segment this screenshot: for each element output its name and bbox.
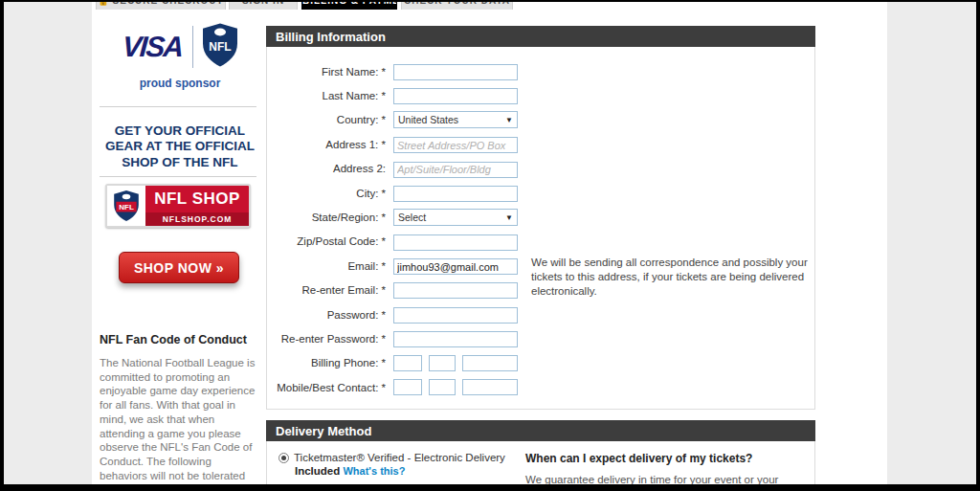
- re-enter-email-input[interactable]: [393, 282, 518, 299]
- billing-phone-part-1-input[interactable]: [393, 355, 422, 371]
- svg-text:NFL: NFL: [209, 40, 231, 54]
- password-input[interactable]: [393, 307, 518, 324]
- re-enter-password-input[interactable]: [393, 331, 518, 347]
- billing-title: Billing Information: [276, 30, 386, 44]
- sidebar-divider: [100, 176, 256, 177]
- email-note: We will be sending all correspondence an…: [531, 256, 809, 299]
- country-label: Country: *: [267, 114, 393, 125]
- form-row-city: City: *: [267, 181, 814, 205]
- form-row-address-2: Address 2:: [267, 157, 814, 181]
- visa-nfl-sponsor-block: VISA NFL proud sponsor: [98, 23, 262, 90]
- zip-postal-code-label: Zip/Postal Code: *: [267, 235, 393, 247]
- billing-phone-label: Billing Phone: *: [267, 357, 393, 368]
- chevron-down-icon: ▼: [505, 116, 513, 124]
- re-enter-password-label: Re-enter Password: *: [267, 333, 393, 345]
- delivery-body: Ticketmaster® Verified - Electronic Deli…: [266, 441, 815, 491]
- mobile-best-contact-part-3-input[interactable]: [462, 379, 518, 395]
- svg-text:NFL: NFL: [119, 203, 134, 212]
- form-row-first-name: First Name: *: [267, 59, 814, 83]
- delivery-included-label: Included: [295, 465, 340, 477]
- delivery-option-radio[interactable]: [278, 453, 289, 463]
- sidebar-divider: [100, 106, 256, 107]
- delivery-header: Delivery Method: [266, 420, 815, 441]
- nfl-shop-banner-title: NFL SHOP: [145, 186, 249, 212]
- last-name-input[interactable]: [393, 88, 518, 104]
- first-name-label: First Name: *: [267, 66, 393, 78]
- password-label: Password: *: [267, 309, 393, 321]
- visa-logo: VISA: [122, 31, 183, 63]
- delivery-section: Delivery Method Ticketmaster® Verified -…: [266, 420, 815, 491]
- email-input[interactable]: [393, 258, 518, 275]
- billing-form: First Name: *Last Name: *Country: *Unite…: [266, 47, 815, 410]
- fan-code-text: The National Football League is committe…: [100, 356, 258, 491]
- state-region-selected-value: Select: [398, 212, 426, 223]
- delivery-title: Delivery Method: [276, 424, 371, 438]
- last-name-label: Last Name: *: [267, 90, 393, 101]
- shop-now-button[interactable]: SHOP NOW »: [119, 252, 239, 283]
- form-row-password: Password: *: [267, 302, 814, 326]
- state-region-select[interactable]: Select▼: [393, 209, 518, 226]
- address-1-input[interactable]: [393, 137, 518, 153]
- address-2-label: Address 2:: [267, 163, 393, 174]
- nfl-shop-banner[interactable]: NFL NFL SHOP NFLSHOP.COM: [105, 184, 251, 228]
- billing-header: Billing Information: [266, 26, 815, 47]
- country-selected-value: United States: [398, 114, 458, 125]
- city-label: City: *: [267, 188, 393, 199]
- tab-check-your-data[interactable]: CHECK YOUR DATA: [401, 0, 513, 10]
- mobile-best-contact-part-1-input[interactable]: [393, 379, 422, 395]
- zip-postal-code-input[interactable]: [393, 234, 518, 251]
- whats-this-link[interactable]: What's this?: [343, 465, 405, 477]
- billing-section: Billing Information First Name: *Last Na…: [266, 26, 815, 410]
- form-row-country: Country: *United States▼: [267, 108, 814, 132]
- billing-phone-part-2-input[interactable]: [429, 355, 456, 371]
- form-row-billing-phone: Billing Phone: *: [267, 351, 814, 375]
- page-content: 🔒SECURE CHECKOUTSIGN INBILLING & PAYMENT…: [92, 2, 887, 484]
- email-label: Email: *: [267, 260, 393, 272]
- form-row-address-1: Address 1: *: [267, 132, 814, 156]
- form-row-last-name: Last Name: *: [267, 83, 814, 107]
- delivery-faq-text: We guarantee delivery in time for your e…: [525, 473, 809, 491]
- form-row-zip-postal-code: Zip/Postal Code: *: [267, 230, 814, 254]
- tab-billing-payment[interactable]: BILLING & PAYMENT: [301, 0, 397, 10]
- fan-code-title: NFL Fan Code of Conduct: [100, 333, 247, 346]
- billing-phone-part-3-input[interactable]: [462, 355, 518, 371]
- nfl-shop-promo-text: GET YOUR OFFICIAL GEAR AT THE OFFICIAL S…: [98, 123, 262, 170]
- state-region-label: State/Region: *: [267, 212, 393, 223]
- nfl-shield-icon: NFL: [203, 23, 237, 71]
- mobile-best-contact-part-2-input[interactable]: [429, 379, 456, 395]
- proud-sponsor-label: proud sponsor: [98, 77, 262, 90]
- checkout-screen: 🔒SECURE CHECKOUTSIGN INBILLING & PAYMENT…: [0, 0, 980, 491]
- form-row-state-region: State/Region: *Select▼: [267, 205, 814, 229]
- delivery-faq-title: When can I expect delivery of my tickets…: [525, 452, 752, 465]
- mobile-best-contact-label: Mobile/Best Contact: *: [267, 382, 393, 393]
- nfl-shop-banner-url: NFLSHOP.COM: [145, 212, 249, 226]
- city-input[interactable]: [393, 186, 518, 202]
- address-2-input[interactable]: [393, 162, 518, 178]
- chevron-down-icon: ▼: [505, 213, 513, 222]
- re-enter-email-label: Re-enter Email: *: [267, 284, 393, 296]
- delivery-option-label: Ticketmaster® Verified - Electronic Deli…: [294, 452, 505, 463]
- address-1-label: Address 1: *: [267, 139, 393, 150]
- country-select[interactable]: United States▼: [393, 111, 518, 128]
- first-name-input[interactable]: [393, 64, 518, 80]
- sidebar: VISA NFL proud sponsor GET YOUR OFFICIAL…: [98, 2, 262, 484]
- form-row-mobile-best-contact: Mobile/Best Contact: *: [267, 375, 814, 399]
- nfl-shop-shield-icon: NFL: [107, 186, 145, 226]
- form-row-re-enter-password: Re-enter Password: *: [267, 326, 814, 350]
- logo-divider: [192, 26, 193, 68]
